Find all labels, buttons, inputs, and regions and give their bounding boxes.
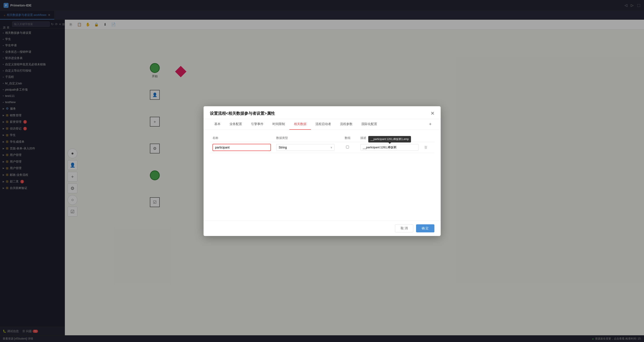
tab-biz-config[interactable]: 业务配置 bbox=[225, 119, 246, 130]
table-row: String Integer Boolean Date bbox=[210, 142, 434, 153]
array-cell bbox=[337, 142, 358, 153]
modal-title: 设置流程<相关数据参与者设置>属性 bbox=[210, 111, 275, 116]
col-name: 名称 bbox=[210, 134, 274, 142]
add-row-btn[interactable]: + bbox=[427, 121, 434, 128]
delete-cell: 🗑 bbox=[422, 142, 434, 153]
tab-basic[interactable]: 基本 bbox=[210, 119, 225, 130]
cancel-button[interactable]: 取 消 bbox=[395, 224, 414, 232]
col-array: 数组 bbox=[337, 134, 358, 142]
confirm-button[interactable]: 确 定 bbox=[416, 224, 434, 232]
col-delete bbox=[422, 134, 434, 142]
tooltip-popup: __participant:1261,稀饭粥1,emp bbox=[368, 136, 411, 142]
type-select-wrapper: String Integer Boolean Date bbox=[276, 144, 335, 151]
modal: 设置流程<相关数据参与者设置>属性 ✕ 基本 业务配置 引擎事件 时间限制 相关… bbox=[204, 106, 441, 236]
modal-tabs: 基本 业务配置 引擎事件 时间限制 相关数据 流程启动者 流程参数 国际化配置 … bbox=[204, 119, 441, 130]
modal-footer: 取 消 确 定 bbox=[204, 220, 441, 236]
tab-time-limit[interactable]: 时间限制 bbox=[268, 119, 290, 130]
app-shell: P Primeton-IDE ◁ ▷ ⬚ ⬦ 相关数据参与者设置.workflo… bbox=[0, 0, 644, 342]
modal-overlay: 设置流程<相关数据参与者设置>属性 ✕ 基本 业务配置 引擎事件 时间限制 相关… bbox=[0, 0, 644, 342]
type-select[interactable]: String Integer Boolean Date bbox=[276, 144, 335, 151]
col-type: 数据类型 bbox=[274, 134, 337, 142]
tooltip-wrapper: __participant:1261,稀饭粥1,emp bbox=[360, 144, 419, 150]
modal-header: 设置流程<相关数据参与者设置>属性 ✕ bbox=[204, 106, 441, 119]
tab-i18n[interactable]: 国际化配置 bbox=[357, 119, 382, 130]
data-table: 名称 数据类型 数组 描述 bbox=[210, 134, 434, 153]
name-cell bbox=[210, 142, 274, 153]
value-cell: __participant:1261,稀饭粥1,emp bbox=[358, 142, 422, 153]
modal-body: 名称 数据类型 数组 描述 bbox=[204, 130, 441, 220]
array-checkbox[interactable] bbox=[346, 146, 349, 148]
tab-flow-starter[interactable]: 流程启动者 bbox=[311, 119, 336, 130]
tab-trigger-event[interactable]: 引擎事件 bbox=[246, 119, 268, 130]
modal-close-btn[interactable]: ✕ bbox=[430, 111, 434, 116]
type-cell: String Integer Boolean Date bbox=[274, 142, 337, 153]
delete-row-btn[interactable]: 🗑 bbox=[424, 146, 428, 149]
name-input[interactable] bbox=[212, 144, 271, 151]
tab-related-data[interactable]: 相关数据 bbox=[290, 119, 311, 130]
tab-flow-params[interactable]: 流程参数 bbox=[336, 119, 357, 130]
